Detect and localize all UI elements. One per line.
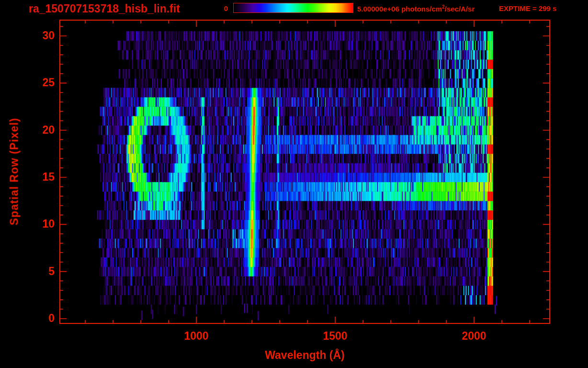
y-tick-label: 20 bbox=[0, 124, 55, 137]
colorbar-max-suffix: /sec/A/sr bbox=[445, 5, 475, 13]
spectrogram-viewer: ra_150707153718_hisb_lin.fit 0 5.00000e+… bbox=[0, 0, 588, 368]
exptime-label: EXPTIME = 299 s bbox=[499, 4, 556, 12]
y-tick-label: 10 bbox=[0, 218, 55, 230]
y-tick-label: 5 bbox=[0, 265, 55, 278]
y-tick-label: 25 bbox=[0, 76, 55, 89]
x-tick-label: 1500 bbox=[323, 330, 347, 343]
x-tick-label: 1000 bbox=[184, 330, 208, 343]
x-tick-label: 2000 bbox=[462, 330, 486, 343]
colorbar-max-prefix: 5.00000e+06 photons/cm bbox=[357, 5, 442, 13]
x-axis-title: Wavelength (Å) bbox=[60, 349, 550, 362]
colorbar-gradient bbox=[233, 3, 353, 13]
colorbar-max-label: 5.00000e+06 photons/cm2/sec/A/sr bbox=[357, 4, 475, 13]
spectral-image-canvas bbox=[0, 0, 588, 368]
window-title: ra_150707153718_hisb_lin.fit bbox=[29, 2, 180, 15]
y-tick-label: 15 bbox=[0, 171, 55, 184]
y-tick-label: 0 bbox=[0, 312, 55, 325]
colorbar-min-label: 0 bbox=[206, 4, 228, 12]
y-tick-label: 30 bbox=[0, 29, 55, 42]
